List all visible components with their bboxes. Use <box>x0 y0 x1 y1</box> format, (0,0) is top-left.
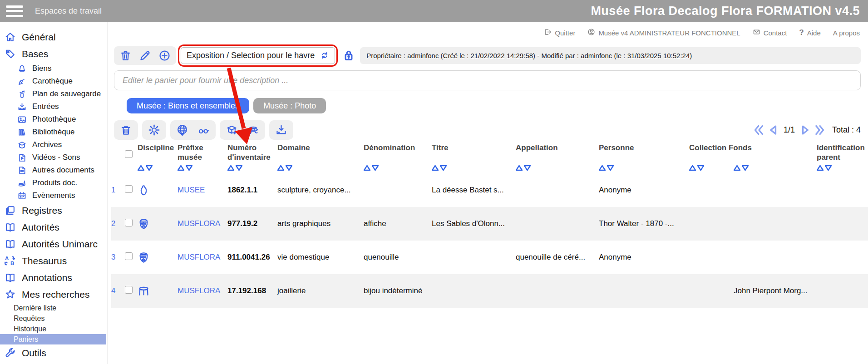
row-checkbox[interactable] <box>125 252 133 260</box>
sort-down-icon[interactable] <box>146 165 153 173</box>
sort-down-icon[interactable] <box>236 165 242 173</box>
lock-icon[interactable] <box>342 49 355 62</box>
sidebar-item-outils[interactable]: Outils <box>0 344 108 361</box>
sort-down-icon[interactable] <box>607 165 614 173</box>
sidebar-item-general[interactable]: Général <box>0 29 108 45</box>
triangle-right-icon[interactable] <box>799 124 811 136</box>
sidebar-item-mes-recherches[interactable]: Mes recherches <box>0 286 108 303</box>
sort-down-icon[interactable] <box>524 165 531 173</box>
sort-down-icon[interactable] <box>697 165 704 173</box>
utility-item-a-propos[interactable]: A propos <box>833 29 860 37</box>
cell-prefixe-link[interactable]: MUSFLORA <box>178 286 227 295</box>
mask-icon <box>138 218 178 230</box>
sort-down-icon[interactable] <box>186 165 192 173</box>
column-header-identification: Identification parent <box>817 143 868 173</box>
double-chevron-right-icon[interactable] <box>813 124 825 136</box>
export-box-icon[interactable] <box>226 124 238 136</box>
core-sample-icon <box>17 77 27 86</box>
cell-prefixe-link[interactable]: MUSFLORA <box>178 219 227 228</box>
cell-prefixe-link[interactable]: MUSFLORA <box>178 253 227 262</box>
page-indicator: 1/1 <box>784 125 795 135</box>
column-label: Préfixe musée <box>178 143 227 164</box>
select-all-checkbox[interactable] <box>125 150 133 158</box>
photo-icon <box>17 115 27 124</box>
sort-up-icon[interactable] <box>364 165 370 173</box>
horus-eye-icon[interactable] <box>247 124 259 136</box>
sort-down-icon[interactable] <box>372 165 379 173</box>
glasses-icon[interactable] <box>197 124 210 136</box>
sort-up-icon[interactable] <box>516 165 523 173</box>
tab-musee-biens-et-ensembles[interactable]: Musée : Biens et ensembles <box>127 98 249 113</box>
sidebar-item-phototheque[interactable]: Photothèque <box>0 113 108 126</box>
sort-down-icon[interactable] <box>286 165 292 173</box>
basket-description-input[interactable] <box>114 70 861 90</box>
triangle-left-icon[interactable] <box>768 124 780 136</box>
row-checkbox[interactable] <box>125 185 133 193</box>
sort-up-icon[interactable] <box>138 165 144 173</box>
utility-item-contact[interactable]: Contact <box>753 28 787 37</box>
sidebar-item-paniers[interactable]: Paniers <box>0 334 106 344</box>
sidebar-item-videos-sons[interactable]: Vidéos - Sons <box>0 151 108 164</box>
column-label: Personne <box>599 143 689 164</box>
row-number-link[interactable]: 2 <box>111 219 125 228</box>
sort-down-icon[interactable] <box>825 165 832 173</box>
sidebar-item-historique[interactable]: Historique <box>0 324 108 334</box>
cell-fonds: John Pierpont Morg... <box>734 286 817 295</box>
row-checkbox[interactable] <box>125 219 133 226</box>
cell-prefixe-link[interactable]: MUSEE <box>178 186 227 195</box>
row-number-link[interactable]: 4 <box>111 286 125 295</box>
sidebar-item-registres[interactable]: Registres <box>0 202 108 219</box>
sort-down-icon[interactable] <box>742 165 749 173</box>
tag-icon <box>5 48 16 59</box>
row-number-link[interactable]: 1 <box>111 186 125 195</box>
row-number-link[interactable]: 3 <box>111 253 125 262</box>
sort-up-icon[interactable] <box>734 165 740 173</box>
row-checkbox-cell <box>125 252 138 262</box>
wrench-icon <box>5 347 16 359</box>
sort-down-icon[interactable] <box>440 165 447 173</box>
utility-item-quitter[interactable]: Quitter <box>544 28 575 37</box>
globe-icon[interactable] <box>176 124 188 136</box>
trash-icon[interactable] <box>119 49 132 62</box>
basket-select[interactable]: Exposition / Selection pour le havre <box>181 47 335 64</box>
sidebar-item-autres-documents[interactable]: Autres documents <box>0 164 108 177</box>
sort-up-icon[interactable] <box>599 165 606 173</box>
sort-up-icon[interactable] <box>178 165 184 173</box>
sidebar-item-archives[interactable]: Archives <box>0 138 108 151</box>
sort-up-icon[interactable] <box>227 165 234 173</box>
sort-up-icon[interactable] <box>817 165 824 173</box>
sidebar-item-bases[interactable]: Bases <box>0 45 108 62</box>
download-icon[interactable] <box>275 124 287 136</box>
list-toolbar-buttons <box>114 120 293 140</box>
sidebar-item-derniere-liste[interactable]: Dernière liste <box>0 303 108 313</box>
double-chevron-left-icon[interactable] <box>753 124 765 136</box>
sidebar-item-requetes[interactable]: Requêtes <box>0 313 108 324</box>
trash-icon[interactable] <box>120 124 132 136</box>
sort-up-icon[interactable] <box>432 165 439 173</box>
hamburger-menu-icon[interactable] <box>6 5 23 17</box>
sort-up-icon[interactable] <box>277 165 284 173</box>
sidebar-item-produits-doc[interactable]: Produits doc. <box>0 177 108 189</box>
column-label: Appellation <box>516 143 599 164</box>
sidebar-item-bibliotheque[interactable]: Bibliothèque <box>0 126 108 138</box>
utility-item-musee-v4-administrateur-fonctionnel[interactable]: Musée v4 ADMINISTRATEUR FONCTIONNEL <box>587 28 740 37</box>
utility-item-aide[interactable]: ?Aide <box>799 28 820 37</box>
sidebar-item-autorites-unimarc[interactable]: Autorités Unimarc <box>0 236 108 252</box>
cell-appellation: quenouille de céré... <box>516 253 599 262</box>
sidebar-item-entrees[interactable]: Entrées <box>0 100 108 113</box>
sidebar-item-autorites[interactable]: Autorités <box>0 219 108 236</box>
sidebar-item-biens[interactable]: Biens <box>0 62 108 75</box>
table-row: 3MUSFLORA911.0041.26vie domestiquequenou… <box>111 241 868 274</box>
add-circle-icon[interactable] <box>158 49 171 62</box>
row-checkbox[interactable] <box>125 286 133 294</box>
gear-icon[interactable] <box>148 124 160 136</box>
tab-musee-photo[interactable]: Musée : Photo <box>253 98 326 113</box>
sidebar-item-plan-de-sauvegarde[interactable]: Plan de sauvegarde <box>0 88 108 100</box>
sort-up-icon[interactable] <box>689 165 696 173</box>
sidebar-item-carotheque[interactable]: Carothèque <box>0 75 108 88</box>
sidebar-item-annotations[interactable]: Annotations <box>0 269 108 286</box>
sidebar-item-thesaurus[interactable]: ABThesaurus <box>0 252 108 269</box>
pencil-icon[interactable] <box>139 49 151 62</box>
sidebar-item-evenements[interactable]: Evènements <box>0 189 108 202</box>
refresh-icon[interactable] <box>320 51 329 60</box>
